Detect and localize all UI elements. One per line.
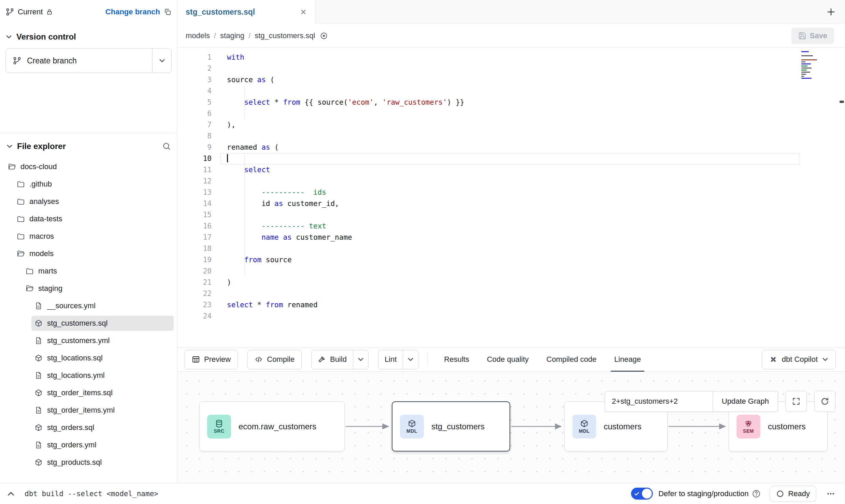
build-button[interactable]: Build: [312, 350, 353, 369]
breadcrumb-item[interactable]: stg_customers.sql: [255, 31, 315, 40]
chevron-down-icon: [6, 143, 13, 150]
code-line[interactable]: [227, 266, 797, 277]
file-explorer-title: File explorer: [17, 142, 66, 151]
refresh-button[interactable]: [814, 391, 835, 412]
lineage-selector-input[interactable]: [605, 391, 713, 412]
code-line[interactable]: ): [227, 277, 797, 288]
new-tab-button[interactable]: [826, 7, 836, 17]
tab-lineage[interactable]: Lineage: [605, 347, 650, 372]
tab-results[interactable]: Results: [435, 347, 478, 372]
version-control-section-header[interactable]: Version control: [0, 24, 177, 48]
tab-code-quality[interactable]: Code quality: [478, 347, 538, 372]
save-button[interactable]: Save: [791, 28, 834, 44]
more-options-button[interactable]: [823, 486, 838, 501]
file-tree-item[interactable]: analyses: [0, 193, 177, 210]
dbt-copilot-button[interactable]: dbt Copilot: [762, 350, 836, 369]
code-line[interactable]: from source: [227, 254, 797, 266]
git-branch-icon: [5, 8, 14, 16]
divider: [427, 352, 428, 367]
code-lines[interactable]: withsource as ( select * from {{ source(…: [227, 52, 797, 322]
tab-compiled-code[interactable]: Compiled code: [538, 347, 605, 372]
breadcrumb-item[interactable]: models: [186, 31, 210, 40]
file-tree-item[interactable]: stg_locations.yml: [0, 367, 177, 384]
create-branch-main[interactable]: Create branch: [6, 49, 152, 73]
build-command-text[interactable]: dbt build --select <model_name>: [25, 490, 158, 498]
file-row-surface: stg_locations.yml: [31, 368, 174, 383]
file-tree-item[interactable]: stg_order_items.yml: [0, 401, 177, 419]
help-icon[interactable]: [752, 489, 761, 498]
code-line[interactable]: [227, 108, 797, 119]
create-branch-dropdown[interactable]: [152, 49, 171, 73]
defer-toggle[interactable]: [631, 488, 653, 500]
lineage-node-stg_customers[interactable]: MDLstg_customers: [392, 401, 510, 451]
status-badge[interactable]: Ready: [770, 486, 816, 502]
code-line[interactable]: [227, 176, 797, 187]
code-line[interactable]: select: [227, 164, 797, 176]
code-line[interactable]: select * from {{ source('ecom', 'raw_cus…: [227, 97, 797, 108]
search-icon[interactable]: [162, 142, 171, 151]
file-icon: [34, 406, 43, 414]
chevron-down-icon: [407, 356, 414, 363]
code-line[interactable]: [227, 311, 797, 322]
code-line[interactable]: id as customer_id,: [227, 198, 797, 209]
close-icon[interactable]: [300, 8, 307, 16]
lint-dropdown[interactable]: [403, 350, 418, 369]
folder-open-icon: [17, 250, 25, 258]
preview-button[interactable]: Preview: [185, 350, 238, 369]
file-tree-item[interactable]: marts: [0, 262, 177, 280]
file-tree-item[interactable]: .github: [0, 175, 177, 193]
scrollbar-thumb[interactable]: [840, 101, 844, 103]
breadcrumb-action-icon[interactable]: [320, 32, 328, 40]
tab-stg-customers-sql[interactable]: stg_customers.sql: [177, 0, 316, 24]
chevron-up-icon[interactable]: [7, 490, 15, 498]
code-line[interactable]: source as (: [227, 74, 797, 86]
code-line[interactable]: [227, 86, 797, 97]
chevron-down-icon: [822, 356, 829, 363]
file-tree: docs-cloud.githubanalysesdata-testsmacro…: [0, 156, 177, 483]
compile-button[interactable]: Compile: [247, 350, 302, 369]
copy-icon[interactable]: [163, 8, 172, 16]
file-tree-item[interactable]: stg_customers.sql: [0, 314, 177, 332]
file-tree-item[interactable]: data-tests: [0, 210, 177, 227]
code-line[interactable]: [227, 288, 797, 299]
file-tree-item[interactable]: stg_products.sql: [0, 454, 177, 471]
code-line[interactable]: [227, 63, 797, 74]
file-tree-item[interactable]: stg_orders.sql: [0, 419, 177, 436]
file-tree-item[interactable]: models: [0, 245, 177, 262]
code-line[interactable]: with: [227, 52, 797, 63]
update-graph-button[interactable]: Update Graph: [713, 391, 778, 412]
minimap[interactable]: [801, 51, 818, 80]
code-line[interactable]: ),: [227, 119, 797, 131]
file-tree-item[interactable]: stg_order_items.sql: [0, 384, 177, 401]
code-line[interactable]: name as customer_name: [227, 232, 797, 243]
lineage-node-ecom.raw_customers[interactable]: SRCecom.raw_customers: [199, 401, 345, 451]
build-dropdown[interactable]: [353, 350, 368, 369]
file-explorer-section-header[interactable]: File explorer: [0, 133, 177, 156]
breadcrumb-item[interactable]: staging: [220, 31, 244, 40]
change-branch-link[interactable]: Change branch: [105, 8, 160, 16]
code-line[interactable]: select * from renamed: [227, 299, 797, 311]
lint-label: Lint: [385, 355, 397, 364]
code-line[interactable]: [227, 131, 797, 142]
file-tree-item[interactable]: macros: [0, 227, 177, 245]
status-bar-right: Defer to staging/production Ready: [631, 486, 838, 502]
code-line[interactable]: ---------- text: [227, 221, 797, 232]
file-tree-item[interactable]: staging: [0, 280, 177, 297]
file-row-surface: analyses: [14, 194, 174, 209]
code-line[interactable]: renamed as (: [227, 142, 797, 153]
code-line[interactable]: [227, 243, 797, 254]
sem-badge: SEM: [736, 415, 760, 439]
code-line[interactable]: [227, 209, 797, 221]
lint-button[interactable]: Lint: [378, 350, 403, 369]
file-tree-item[interactable]: __sources.yml: [0, 297, 177, 314]
lineage-panel[interactable]: Update Graph SRCecom.raw_customersMDLstg…: [177, 372, 845, 483]
fullscreen-button[interactable]: [786, 391, 807, 412]
code-line[interactable]: [227, 153, 797, 164]
code-line[interactable]: ---------- ids: [227, 187, 797, 198]
file-tree-item[interactable]: stg_customers.yml: [0, 332, 177, 349]
code-editor[interactable]: 123456789101112131415161718192021222324 …: [177, 48, 845, 347]
file-tree-item[interactable]: stg_orders.yml: [0, 436, 177, 454]
file-tree-item[interactable]: stg_locations.sql: [0, 349, 177, 367]
line-number: 13: [177, 187, 212, 198]
file-tree-item[interactable]: docs-cloud: [0, 158, 177, 175]
